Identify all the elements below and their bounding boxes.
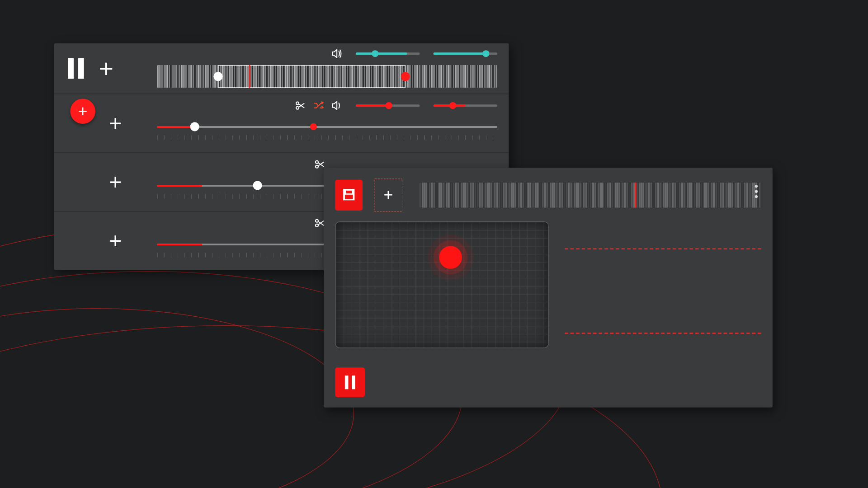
scissors-icon[interactable] <box>314 159 325 169</box>
pause-icon <box>345 375 355 389</box>
ruler <box>157 253 325 266</box>
pan-l-slider[interactable] <box>356 52 420 55</box>
add-icon[interactable]: + <box>109 116 122 131</box>
eq-graph <box>565 221 761 357</box>
track-slider[interactable] <box>157 178 325 192</box>
track-slider[interactable] <box>157 237 325 250</box>
shuffle-icon[interactable] <box>313 101 324 110</box>
kebab-menu-icon[interactable] <box>755 185 758 198</box>
track-row: + <box>54 153 336 211</box>
fx-panel: + <box>324 168 773 407</box>
ruler <box>157 194 325 206</box>
scissors-icon[interactable] <box>295 100 306 111</box>
waveform-preview[interactable] <box>157 65 497 88</box>
fx-waveform[interactable] <box>420 183 761 208</box>
track-row <box>54 43 509 94</box>
pan-r-slider[interactable] <box>434 52 497 55</box>
track-row: + <box>54 212 336 270</box>
ruler <box>157 135 497 148</box>
pan-l-slider[interactable] <box>356 104 420 107</box>
play-pause-button[interactable] <box>335 367 365 397</box>
save-icon <box>343 188 354 200</box>
add-icon[interactable]: + <box>109 174 122 190</box>
xy-pad[interactable] <box>335 221 548 348</box>
save-button[interactable] <box>335 180 363 211</box>
add-clip-button[interactable]: + <box>374 178 402 211</box>
add-icon[interactable]: + <box>109 233 122 249</box>
speaker-icon[interactable] <box>332 101 342 110</box>
scissors-icon[interactable] <box>314 218 325 228</box>
xy-puck[interactable] <box>439 246 462 269</box>
track-row: + <box>54 94 509 153</box>
pan-r-slider[interactable] <box>434 104 497 107</box>
speaker-icon[interactable] <box>332 49 342 58</box>
track-slider[interactable] <box>157 119 497 133</box>
